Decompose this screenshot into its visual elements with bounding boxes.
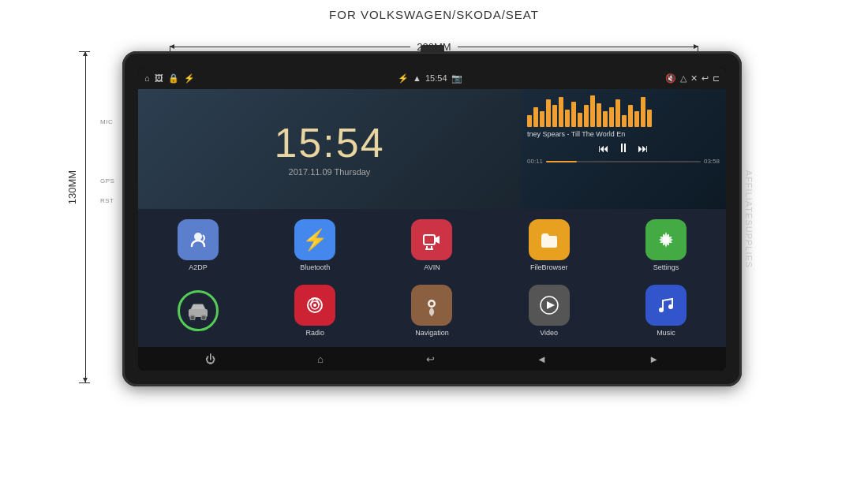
clock-time: 15:54: [274, 122, 384, 163]
a2dp-label: A2DP: [189, 263, 208, 271]
viz-bar: [546, 99, 551, 127]
filebrowser-label: FileBrowser: [530, 263, 568, 271]
prev-track-button[interactable]: ◄: [537, 353, 547, 365]
label-mic: MIC: [100, 118, 113, 125]
viz-bar: [540, 111, 544, 127]
music-visualizer: [527, 95, 720, 127]
eject-icon: △: [680, 73, 687, 84]
dimension-height-line: [85, 51, 86, 382]
viz-bar: [552, 105, 557, 127]
settings-label: Settings: [653, 263, 679, 271]
dim-h-tick-bottom: [79, 382, 90, 383]
music-widget: tney Spears - Till The World En ⏮ ⏸ ⏭ 00…: [521, 89, 726, 209]
music-controls[interactable]: ⏮ ⏸ ⏭: [527, 141, 720, 155]
viz-bar: [597, 103, 601, 127]
viz-bar: [609, 107, 614, 127]
navigation-icon: [411, 285, 452, 326]
viz-bar: [571, 102, 576, 127]
status-bar: ⌂ 🖼 🔒 ⚡ ⚡ ▲ 15:54 📷 🔇 △ ✕ ↩ ⊏: [138, 67, 726, 89]
app-avin[interactable]: AVIN: [376, 215, 488, 276]
app-bluetooth[interactable]: ⚡ Bluetooth: [259, 215, 371, 276]
svg-rect-1: [424, 235, 435, 244]
filebrowser-icon: [529, 219, 570, 260]
close-icon: ✕: [690, 73, 698, 84]
bluetooth-label: Bluetooth: [300, 263, 330, 271]
music-title: tney Spears - Till The World En: [527, 130, 720, 138]
clock-date: 2017.11.09 Thursday: [289, 167, 371, 177]
vol-icon: 🔇: [665, 73, 676, 84]
label-gps: GPS: [100, 177, 114, 185]
viz-bar: [533, 107, 538, 127]
bluetooth-status-icon: ⚡: [398, 73, 409, 84]
app-settings[interactable]: Settings: [610, 215, 722, 276]
app-video[interactable]: Video: [493, 281, 605, 341]
a2dp-icon: [178, 219, 219, 260]
power-button[interactable]: ⏻: [205, 353, 215, 365]
svg-point-17: [668, 304, 673, 309]
avin-label: AVIN: [424, 263, 440, 271]
svg-point-7: [190, 315, 195, 320]
viz-bar: [641, 97, 645, 127]
viz-bar: [628, 105, 633, 127]
app-car[interactable]: [142, 281, 254, 341]
viz-bar: [584, 105, 589, 127]
app-music[interactable]: Music: [610, 281, 722, 341]
dimension-height-label: 130MM: [66, 170, 78, 204]
video-label: Video: [540, 329, 558, 337]
viz-bar: [634, 111, 639, 127]
music-progress: 00:11 03:58: [527, 158, 720, 165]
label-rst: RST: [100, 197, 114, 204]
device-shell: MIC GPS RST ⌂ 🖼 🔒 ⚡ ⚡ ▲ 15:54 📷: [122, 51, 742, 386]
music-label: Music: [657, 329, 675, 337]
time-current: 00:11: [527, 158, 543, 165]
usb-icon: ⚡: [184, 73, 195, 84]
viz-bar: [590, 95, 595, 127]
page-title: FOR VOLKSWAGEN/SKODA/SEAT: [0, 0, 868, 21]
app-radio[interactable]: Radio: [259, 281, 371, 341]
dim-h-tick-top: [79, 51, 90, 52]
app-a2dp[interactable]: A2DP: [142, 215, 254, 276]
back-icon: ↩: [702, 73, 709, 84]
viz-bar: [622, 115, 627, 127]
viz-bar: [527, 115, 532, 127]
radio-label: Radio: [306, 329, 325, 337]
car-icon: [178, 290, 219, 331]
bluetooth-icon: ⚡: [294, 219, 335, 260]
svg-point-0: [194, 233, 202, 241]
music-icon: [645, 285, 687, 326]
lock-icon: 🔒: [168, 73, 179, 84]
viz-bar: [603, 111, 608, 127]
watermark: AFFILIATESUPPLIES: [744, 170, 754, 267]
screen: ⌂ 🖼 🔒 ⚡ ⚡ ▲ 15:54 📷 🔇 △ ✕ ↩ ⊏: [138, 67, 726, 371]
svg-point-11: [313, 304, 316, 307]
svg-point-8: [201, 315, 206, 320]
prev-button[interactable]: ⏮: [598, 142, 609, 155]
image-icon: 🖼: [155, 73, 163, 83]
viz-bar: [615, 99, 620, 127]
svg-marker-15: [547, 301, 555, 309]
next-button[interactable]: ⏭: [638, 142, 649, 155]
progress-track[interactable]: [546, 161, 701, 162]
app-filebrowser[interactable]: FileBrowser: [493, 215, 605, 276]
back-button[interactable]: ↩: [426, 353, 435, 365]
video-icon: [529, 285, 570, 326]
time-total: 03:58: [704, 158, 720, 165]
app-grid: A2DP ⚡ Bluetooth: [138, 209, 726, 347]
viz-bar: [565, 110, 570, 127]
play-button[interactable]: ⏸: [617, 141, 630, 155]
app-navigation[interactable]: Navigation: [376, 281, 488, 341]
wifi-icon: ▲: [413, 73, 421, 83]
camera-icon: 📷: [451, 73, 462, 84]
next-track-button[interactable]: ►: [649, 353, 659, 365]
svg-point-16: [659, 308, 664, 312]
navigation-label: Navigation: [415, 329, 449, 337]
android-icon: ⊏: [713, 73, 720, 84]
viz-bar: [578, 113, 582, 127]
clock-widget: 15:54 2017.11.09 Thursday: [138, 89, 521, 209]
home-icon: ⌂: [144, 73, 150, 83]
home-button[interactable]: ⌂: [317, 353, 324, 365]
bottom-nav-bar: ⏻ ⌂ ↩ ◄ ►: [138, 347, 726, 371]
avin-icon: [411, 219, 452, 260]
progress-fill: [546, 161, 577, 162]
mount-tab-top: [421, 45, 444, 53]
